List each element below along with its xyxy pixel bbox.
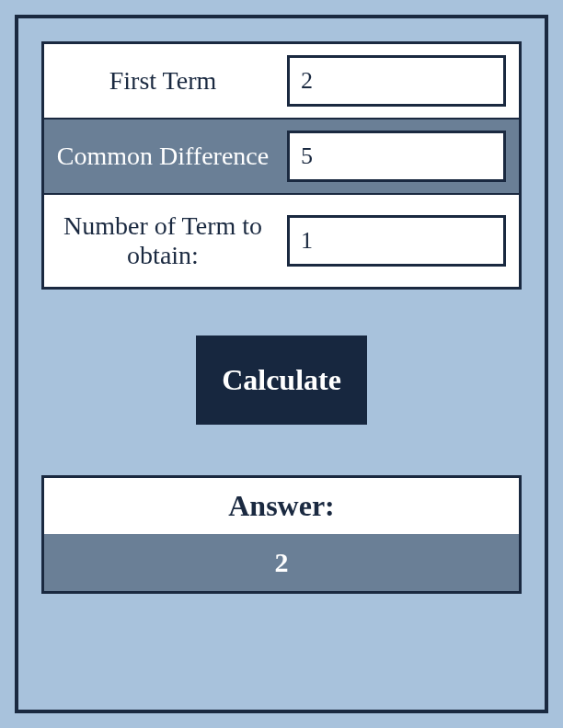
first-term-input-cell (282, 44, 519, 118)
common-difference-row: Common Difference (44, 118, 519, 193)
first-term-row: First Term (44, 44, 519, 118)
number-of-term-input[interactable] (287, 215, 506, 267)
number-of-term-row: Number of Term to obtain: (44, 193, 519, 287)
number-of-term-input-cell (282, 195, 519, 287)
answer-box: Answer: 2 (41, 475, 522, 594)
number-of-term-label: Number of Term to obtain: (44, 195, 282, 287)
first-term-label: First Term (44, 44, 282, 118)
common-difference-label: Common Difference (44, 119, 282, 193)
calculate-button[interactable]: Calculate (196, 336, 367, 425)
calculator-frame: First Term Common Difference Number of T… (15, 15, 548, 713)
common-difference-input[interactable] (287, 131, 506, 182)
answer-value: 2 (44, 534, 519, 591)
common-difference-input-cell (282, 119, 519, 193)
input-table: First Term Common Difference Number of T… (41, 41, 522, 290)
first-term-input[interactable] (287, 55, 506, 107)
answer-label: Answer: (44, 478, 519, 534)
